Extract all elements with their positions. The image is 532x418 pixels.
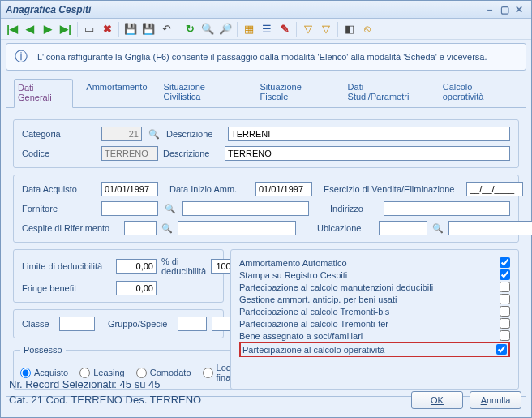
check-ammort-auto[interactable] <box>500 257 510 268</box>
indirizzo-label: Indirizzo <box>330 204 379 213</box>
last-record-icon[interactable]: ▶| <box>58 21 74 37</box>
zoom-icon[interactable]: 🔎 <box>217 21 234 37</box>
check-bene-soci-label: Bene assegnato a soci/familiari <box>239 331 363 341</box>
pct-ded-label: % di deducibilità <box>161 256 206 276</box>
filter-icon[interactable]: ▽ <box>300 21 316 37</box>
tab-ammortamento[interactable]: Ammortamento <box>83 79 150 107</box>
categoria-field[interactable] <box>101 127 142 141</box>
categoria-lookup-icon[interactable]: 🔍 <box>147 127 161 141</box>
cespite-rif-desc-field[interactable] <box>178 221 296 235</box>
first-record-icon[interactable]: |◀ <box>4 21 20 37</box>
window-title: Anagrafica Cespiti <box>6 4 91 15</box>
data-acquisto-label: Data Acquisto <box>22 184 97 194</box>
annulla-button[interactable]: Annulla <box>470 391 521 409</box>
close-button[interactable]: ✕ <box>512 4 526 15</box>
new-icon[interactable]: ▭ <box>81 21 97 37</box>
descrizione1-label: Descrizione <box>166 129 223 139</box>
group-classe: Classe Gruppo/Specie <box>13 309 224 338</box>
cespite-rif-field[interactable] <box>124 221 157 235</box>
fornitore-field[interactable] <box>101 201 158 216</box>
check-tremonti-ter[interactable] <box>500 318 510 329</box>
binoculars-icon[interactable]: 🔍 <box>200 21 216 37</box>
ubicazione-field[interactable] <box>379 221 427 235</box>
undo-icon[interactable]: ↶ <box>158 21 174 37</box>
filter-clear-icon[interactable]: ▽ <box>318 21 334 37</box>
pencil-icon[interactable]: ✎ <box>277 21 293 37</box>
fornitore-lookup-icon[interactable]: 🔍 <box>163 201 178 216</box>
check-tremonti-bis[interactable] <box>500 306 510 317</box>
info-bar: ⓘ L'icona raffigurante la Griglia (F6) c… <box>6 43 526 71</box>
cespite-rif-lookup-icon[interactable]: 🔍 <box>161 221 173 235</box>
tab-strip: Dati Generali Ammortamento Situazione Ci… <box>6 74 526 108</box>
titlebar: Anagrafica Cespiti – ▢ ✕ <box>1 1 531 19</box>
check-part-manut[interactable] <box>500 282 510 292</box>
next-record-icon[interactable]: ▶ <box>40 21 56 37</box>
highlight-operativita: Partecipazione al calcolo operatività <box>239 342 510 357</box>
tab-dati-studi[interactable]: Dati Studi/Parametri <box>345 79 430 107</box>
limite-ded-label: Limite di deducibilità <box>22 261 111 271</box>
classe-field[interactable] <box>59 317 95 331</box>
tab-situazione-civilistica[interactable]: Situazione Civilistica <box>161 79 247 107</box>
check-ammort-auto-label: Ammortamento Automatico <box>239 258 347 268</box>
classe-label: Classe <box>22 319 54 329</box>
grid-icon[interactable]: ▦ <box>241 21 257 37</box>
codice-label: Codice <box>22 149 97 158</box>
save-icon[interactable]: 💾 <box>122 21 139 37</box>
ubicazione-desc-field[interactable] <box>448 221 532 235</box>
ubicazione-label: Ubicazione <box>317 223 374 233</box>
codice-field[interactable] <box>101 146 158 161</box>
check-part-oper[interactable] <box>496 344 507 355</box>
descrizione1-field[interactable] <box>228 127 510 141</box>
data-inizio-amm-label: Data Inizio Amm. <box>169 184 251 194</box>
categoria-label: Categoria <box>22 129 97 139</box>
panel-dati-generali: Categoria 🔍 Descrizione Codice Descrizio… <box>6 113 526 397</box>
tab-calcolo-operativita[interactable]: Calcolo operatività <box>440 79 518 107</box>
indirizzo-field[interactable] <box>384 201 510 216</box>
possesso-legend: Possesso <box>20 345 66 355</box>
descrizione2-field[interactable] <box>225 146 510 161</box>
check-part-manut-label: Partecipazione al calcolo manutenzioni d… <box>239 282 433 292</box>
footer: Nr. Record Selezionati: 45 su 45 Cat. 21… <box>1 373 531 417</box>
group-categoria: Categoria 🔍 Descrizione Codice Descrizio… <box>13 119 519 168</box>
ok-button[interactable]: OK <box>411 391 463 409</box>
prev-record-icon[interactable]: ◀ <box>22 21 38 37</box>
info-icon: ⓘ <box>11 47 31 67</box>
check-stampa-reg[interactable] <box>500 269 510 280</box>
gruppo-label: Gruppo/Specie <box>108 319 173 329</box>
delete-icon[interactable]: ✖ <box>99 21 115 37</box>
exit-icon[interactable]: ⎋ <box>359 21 375 37</box>
ubicazione-lookup-icon[interactable]: 🔍 <box>432 221 444 235</box>
refresh-icon[interactable]: ↻ <box>182 21 198 37</box>
save-all-icon[interactable]: 💾 <box>140 21 157 37</box>
group-deducibilita: Limite di deducibilità % di deducibilità… <box>13 249 224 303</box>
descrizione2-label: Descrizione <box>163 149 220 158</box>
data-inizio-amm-field[interactable] <box>255 182 312 196</box>
fringe-field[interactable] <box>116 281 157 295</box>
footer-line1: Nr. Record Selezionati: 45 su 45 <box>9 378 523 390</box>
data-acquisto-field[interactable] <box>101 182 158 196</box>
gruppo-field-a[interactable] <box>178 317 207 331</box>
group-date: Data Acquisto Data Inizio Amm. Esercizio… <box>13 175 519 243</box>
fornitore-desc-field[interactable] <box>182 201 309 216</box>
toolbar: |◀ ◀ ▶ ▶| ▭ ✖ 💾 💾 ↶ ↻ 🔍 🔎 ▦ ☰ ✎ ▽ ▽ ◧ ⎋ <box>1 19 531 40</box>
fornitore-label: Fornitore <box>22 204 97 213</box>
list-icon[interactable]: ☰ <box>259 21 275 37</box>
tab-dati-generali[interactable]: Dati Generali <box>14 79 73 108</box>
check-stampa-reg-label: Stampa su Registro Cespiti <box>239 270 347 280</box>
tab-situazione-fiscale[interactable]: Situazione Fiscale <box>256 79 334 107</box>
maximize-button[interactable]: ▢ <box>497 4 512 15</box>
check-tremonti-bis-label: Partecipazione al calcolo Tremonti-bis <box>239 307 389 317</box>
esercizio-vendita-label: Esercizio di Vendita/Eliminazione <box>324 184 461 194</box>
window: Anagrafica Cespiti – ▢ ✕ |◀ ◀ ▶ ▶| ▭ ✖ 💾… <box>0 0 532 418</box>
esercizio-vendita-field[interactable] <box>466 182 523 196</box>
check-bene-soci[interactable] <box>500 330 510 341</box>
fringe-label: Fringe benefit <box>22 283 111 293</box>
card-icon[interactable]: ◧ <box>341 21 358 37</box>
check-gest-anticip-label: Gestione ammort. anticip. per beni usati <box>239 295 397 304</box>
cespite-rif-label: Cespite di Riferimento <box>22 223 119 233</box>
limite-ded-field[interactable] <box>116 259 157 274</box>
minimize-button[interactable]: – <box>483 4 497 15</box>
check-gest-anticip[interactable] <box>500 294 510 304</box>
group-checks: Ammortamento Automatico Stampa su Regist… <box>230 249 519 390</box>
check-tremonti-ter-label: Partecipazione al calcolo Tremonti-ter <box>239 319 388 329</box>
